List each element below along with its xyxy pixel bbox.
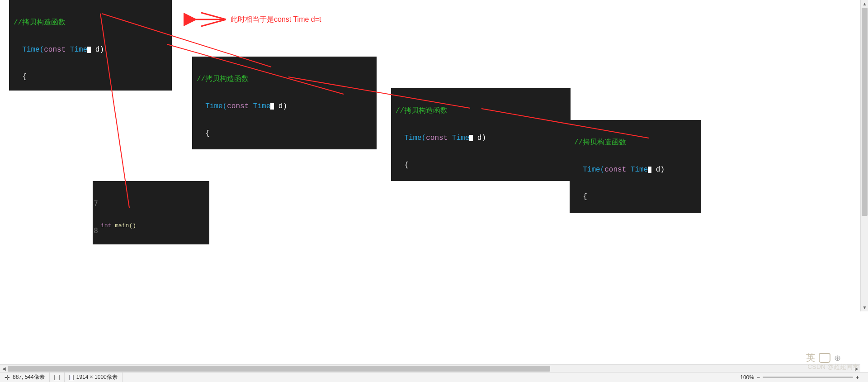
comment: //拷贝构造函数: [14, 19, 66, 27]
crosshair-icon: ✛: [5, 374, 10, 381]
scroll-left-icon[interactable]: ◀: [0, 365, 8, 372]
zoom-in-icon[interactable]: +: [856, 374, 859, 381]
image-dimensions: 1914 × 1000像素: [76, 373, 118, 381]
vertical-scrollbar[interactable]: ▲ ▼: [860, 0, 868, 311]
dimensions-icon: [69, 375, 74, 380]
hscroll-thumb[interactable]: [8, 366, 550, 372]
zoom-value: 100%: [740, 374, 754, 381]
zoom-circle-icon[interactable]: ⊕: [834, 353, 841, 363]
shirt-icon: [819, 353, 830, 363]
code-block-main: 7 8 9 0 1 2 3 int main() { Time t(10); c…: [93, 181, 209, 244]
zoom-out-icon[interactable]: −: [757, 374, 760, 381]
scroll-up-icon[interactable]: ▲: [861, 0, 868, 8]
svg-line-2: [201, 19, 226, 26]
zoom-slider[interactable]: [763, 377, 853, 378]
watermark: CSDN @超超同学: [807, 363, 859, 371]
cursor-coords: 887, 544像素: [13, 373, 45, 381]
svg-line-1: [201, 13, 226, 19]
image-canvas[interactable]: //拷贝构造函数 Time(const Time d) { cout<<"此时d…: [0, 0, 687, 311]
zoom-control[interactable]: 100% − +: [740, 374, 868, 381]
code-block-3: //拷贝构造函数 Time(const Time d) { cout<<"此时d…: [391, 88, 571, 181]
horizontal-scrollbar[interactable]: ◀ ▶: [0, 364, 860, 372]
ime-indicator[interactable]: 英 ⊕: [806, 352, 841, 364]
scroll-down-icon[interactable]: ▼: [861, 304, 868, 311]
code-block-4: //拷贝构造函数 Time(const Time d) { cout<<"此时d…: [570, 120, 701, 213]
vscroll-thumb[interactable]: [862, 8, 868, 216]
statusbar: ✛ 887, 544像素 1914 × 1000像素 100% − +: [0, 372, 868, 382]
code-block-1: //拷贝构造函数 Time(const Time d) { cout<<"此时d…: [9, 0, 172, 91]
code-block-2: //拷贝构造函数 Time(const Time d) { cout<<"此时d…: [192, 57, 377, 149]
selection-icon: [54, 375, 60, 380]
ime-language: 英: [806, 352, 815, 364]
annotation-text: 此时相当于是const Time d=t: [231, 15, 321, 24]
